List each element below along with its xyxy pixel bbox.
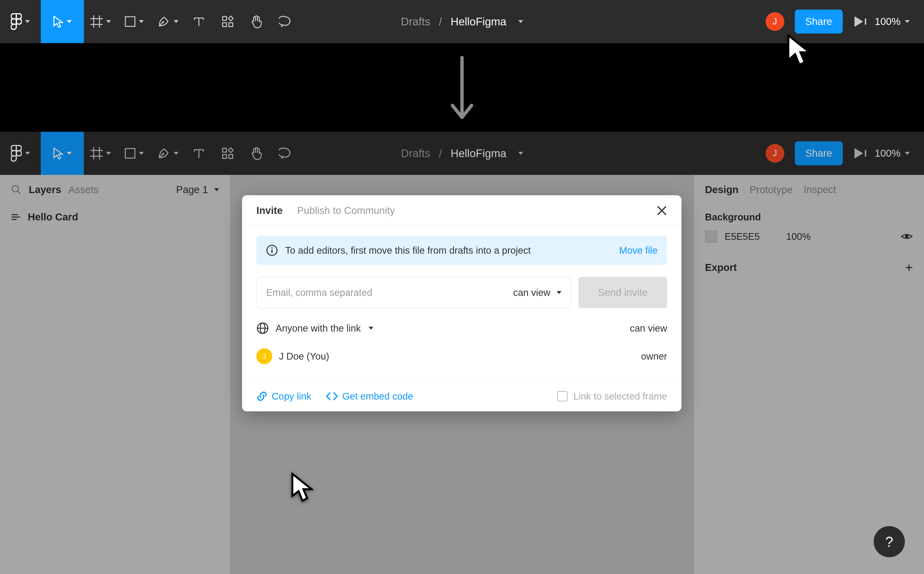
move-tool-button[interactable]	[41, 0, 84, 43]
zoom-select[interactable]: 100%	[875, 148, 910, 159]
svg-rect-27	[222, 155, 227, 158]
tab-prototype[interactable]: Prototype	[749, 184, 793, 196]
color-swatch[interactable]	[705, 230, 717, 243]
share-button[interactable]: Share	[795, 141, 843, 165]
comment-tool-button[interactable]	[271, 0, 300, 43]
tab-layers[interactable]: Layers	[29, 184, 61, 196]
share-button[interactable]: Share	[795, 9, 843, 33]
tab-inspect[interactable]: Inspect	[804, 184, 836, 196]
checkbox-icon[interactable]	[557, 391, 568, 402]
layer-item[interactable]: Hello Card	[0, 205, 230, 230]
user-avatar[interactable]: J	[766, 12, 784, 31]
chevron-down-icon	[25, 152, 30, 155]
frame-link-option[interactable]: Link to selected frame	[557, 391, 667, 402]
user-avatar: J	[256, 348, 272, 364]
figma-menu-button[interactable]	[0, 0, 41, 43]
globe-icon	[256, 322, 269, 334]
chevron-down-icon	[67, 152, 72, 155]
hand-tool-button[interactable]	[242, 132, 271, 175]
layer-name: Hello Card	[28, 211, 78, 223]
zoom-value: 100%	[875, 148, 900, 159]
search-icon[interactable]	[11, 184, 22, 195]
visibility-icon[interactable]	[900, 232, 913, 241]
breadcrumb-parent[interactable]: Drafts	[401, 15, 430, 28]
export-section[interactable]: Export +	[694, 250, 924, 285]
cursor-pointer-icon	[786, 33, 812, 67]
banner-text: To add editors, first move this file fro…	[285, 245, 531, 256]
hand-tool-button[interactable]	[242, 0, 271, 43]
present-button[interactable]	[853, 16, 864, 27]
frame-icon	[90, 147, 103, 159]
tab-design[interactable]: Design	[705, 184, 738, 196]
chevron-down-icon	[106, 152, 111, 155]
breadcrumb[interactable]: Drafts / HelloFigma	[401, 147, 523, 160]
link-icon	[256, 391, 267, 402]
frame-tool-button[interactable]	[84, 0, 117, 43]
svg-point-38	[271, 247, 273, 249]
breadcrumb-separator: /	[439, 147, 442, 160]
page-select[interactable]: Page 1	[176, 184, 219, 196]
pen-tool-button[interactable]	[151, 0, 184, 43]
close-icon[interactable]	[657, 205, 667, 216]
file-name[interactable]: HelloFigma	[451, 147, 506, 160]
background-hex[interactable]: E5E5E5	[725, 231, 760, 242]
copy-link-button[interactable]: Copy link	[256, 391, 311, 402]
email-input[interactable]: Email, comma separated can view	[256, 277, 571, 308]
tab-invite[interactable]: Invite	[256, 205, 283, 216]
cursor-icon	[53, 15, 63, 28]
share-modal-footer: Copy link Get embed code Link to selecte…	[242, 381, 681, 412]
comment-tool-button[interactable]	[271, 132, 300, 175]
chevron-down-icon	[905, 20, 910, 23]
frame-tool-button[interactable]	[84, 132, 117, 175]
owner-row: J J Doe (You) owner	[256, 348, 667, 364]
zoom-select[interactable]: 100%	[875, 16, 910, 27]
chevron-down-icon[interactable]	[518, 20, 523, 23]
right-panel: Design Prototype Inspect Background E5E5…	[694, 175, 924, 574]
chevron-down-icon[interactable]	[518, 152, 523, 155]
user-avatar[interactable]: J	[766, 144, 784, 162]
link-permission-value[interactable]: can view	[630, 323, 667, 334]
shape-tool-button[interactable]	[117, 132, 151, 175]
help-fab[interactable]: ?	[874, 526, 905, 557]
svg-point-34	[905, 235, 908, 238]
tab-assets[interactable]: Assets	[68, 184, 98, 196]
text-tool-button[interactable]	[184, 0, 213, 43]
embed-code-button[interactable]: Get embed code	[326, 391, 413, 402]
left-panel: Layers Assets Page 1 Hello Card	[0, 175, 230, 574]
resources-button[interactable]	[213, 132, 242, 175]
svg-rect-12	[222, 23, 227, 27]
move-file-link[interactable]: Move file	[619, 245, 658, 256]
svg-rect-13	[229, 23, 233, 27]
email-placeholder: Email, comma separated	[266, 287, 372, 298]
tab-publish[interactable]: Publish to Community	[297, 205, 395, 216]
export-label: Export	[705, 262, 737, 273]
invite-permission-select[interactable]: can view	[513, 287, 561, 298]
play-icon	[855, 16, 863, 27]
pen-tool-button[interactable]	[151, 132, 184, 175]
present-button[interactable]	[853, 148, 864, 159]
resources-button[interactable]	[213, 0, 242, 43]
breadcrumb[interactable]: Drafts / HelloFigma	[401, 15, 523, 28]
breadcrumb-parent[interactable]: Drafts	[401, 147, 430, 160]
shape-tool-button[interactable]	[117, 0, 151, 43]
lower-state: Drafts / HelloFigma J Share 100% Layers …	[0, 132, 924, 574]
chevron-down-icon[interactable]	[369, 327, 373, 330]
background-row[interactable]: E5E5E5 100%	[694, 227, 924, 250]
user-role: owner	[641, 351, 667, 362]
link-scope-label[interactable]: Anyone with the link	[276, 323, 361, 334]
embed-code-label: Get embed code	[342, 391, 413, 402]
file-name[interactable]: HelloFigma	[451, 15, 506, 28]
code-icon	[326, 391, 338, 401]
figma-icon	[11, 145, 22, 162]
background-opacity[interactable]: 100%	[786, 231, 810, 242]
move-tool-button[interactable]	[41, 132, 84, 175]
text-icon	[193, 148, 204, 159]
pen-icon	[157, 15, 170, 28]
text-tool-button[interactable]	[184, 132, 213, 175]
frame-icon	[11, 213, 20, 221]
invite-row: Email, comma separated can view Send inv…	[256, 277, 667, 308]
add-export-icon[interactable]: +	[905, 260, 913, 275]
figma-menu-button[interactable]	[0, 132, 41, 175]
send-invite-button[interactable]: Send invite	[579, 277, 667, 308]
link-scope-row: Anyone with the link can view	[256, 322, 667, 334]
